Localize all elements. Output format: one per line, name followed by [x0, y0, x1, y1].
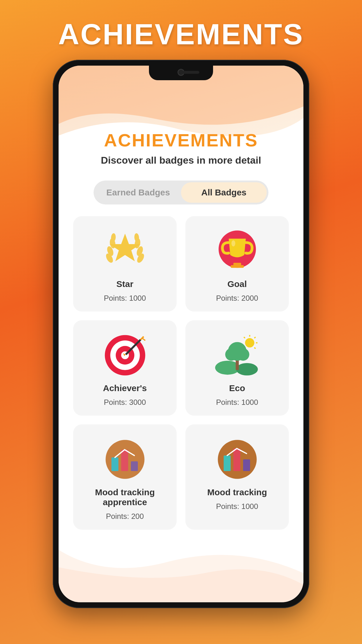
phone-notch	[149, 66, 213, 80]
svg-point-22	[236, 363, 258, 376]
tab-switcher: Earned Badges All Badges	[94, 181, 268, 204]
phone-mockup: ACHIEVEMENTS Discover all badges in more…	[53, 60, 309, 608]
badge-achievers-name: Achiever's	[103, 383, 147, 393]
achievers-badge-icon	[102, 332, 148, 379]
badge-card-mood-apprentice[interactable]: Mood tracking apprentice Points: 200	[73, 424, 177, 530]
badge-card-star[interactable]: Star Points: 1000	[73, 216, 177, 312]
badge-star-name: Star	[116, 279, 133, 289]
badge-eco-name: Eco	[229, 383, 245, 393]
tab-earned-badges[interactable]: Earned Badges	[95, 182, 181, 203]
tab-all-badges[interactable]: All Badges	[181, 182, 267, 203]
svg-line-29	[254, 337, 255, 338]
svg-rect-36	[131, 461, 138, 471]
badge-card-eco[interactable]: Eco Points: 1000	[185, 320, 289, 416]
svg-rect-38	[224, 456, 231, 471]
badge-mood-apprentice-name: Mood tracking apprentice	[79, 487, 171, 507]
svg-point-27	[245, 338, 254, 347]
phone-screen: ACHIEVEMENTS Discover all badges in more…	[59, 66, 303, 602]
page-background-title: ACHIEVEMENTS	[58, 18, 304, 51]
svg-line-32	[244, 337, 245, 338]
badge-mood-apprentice-points: Points: 200	[106, 512, 144, 521]
screen-main-title: ACHIEVEMENTS	[104, 130, 258, 150]
svg-rect-40	[243, 459, 250, 471]
svg-line-31	[254, 347, 255, 349]
badge-star-points: Points: 1000	[104, 294, 146, 303]
badge-mood-tracking-name: Mood tracking	[207, 487, 267, 497]
badge-card-mood-tracking[interactable]: Mood tracking Points: 1000	[185, 424, 289, 530]
badges-grid: Star Points: 1000	[73, 216, 289, 530]
phone-speaker	[179, 71, 199, 74]
star-badge-icon	[102, 228, 148, 274]
svg-rect-39	[233, 449, 240, 471]
badge-mood-tracking-points: Points: 1000	[216, 502, 258, 511]
badge-goal-points: Points: 2000	[216, 294, 258, 303]
mood-apprentice-badge-icon	[102, 436, 148, 483]
badge-eco-points: Points: 1000	[216, 398, 258, 407]
svg-point-26	[237, 348, 249, 361]
badge-card-goal[interactable]: Goal Points: 2000	[185, 216, 289, 312]
svg-rect-35	[121, 450, 128, 471]
svg-point-25	[225, 348, 238, 361]
screen-content: ACHIEVEMENTS Discover all badges in more…	[59, 66, 303, 602]
mood-tracking-badge-icon	[214, 436, 261, 483]
svg-point-12	[231, 240, 235, 246]
screen-subtitle: Discover all badges in more detail	[101, 155, 261, 166]
eco-badge-icon	[214, 332, 261, 379]
goal-badge-icon	[214, 228, 261, 274]
badge-achievers-points: Points: 3000	[104, 398, 146, 407]
svg-rect-11	[231, 265, 244, 268]
badge-goal-name: Goal	[227, 279, 247, 289]
svg-rect-34	[111, 457, 118, 471]
badge-card-achievers[interactable]: Achiever's Points: 3000	[73, 320, 177, 416]
svg-line-20	[142, 338, 145, 340]
screen-inner: ACHIEVEMENTS Discover all badges in more…	[59, 66, 303, 541]
